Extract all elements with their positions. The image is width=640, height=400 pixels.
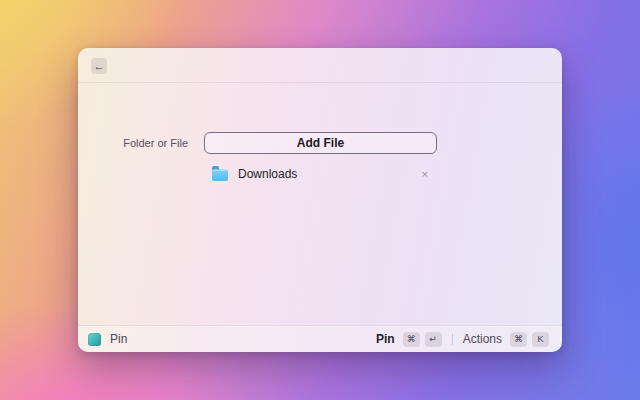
command-key-icon: ⌘ — [510, 332, 527, 347]
form-content: Folder or File Add File Downloads × — [78, 84, 562, 325]
k-key-icon: K — [532, 332, 549, 347]
pin-app-icon — [88, 333, 101, 346]
back-arrow-icon: ← — [94, 61, 105, 72]
window-footer: Pin Pin ⌘ ↵ Actions ⌘ K — [78, 325, 562, 352]
file-list-item[interactable]: Downloads × — [212, 164, 428, 184]
app-window: ← Folder or File Add File Downloads × Pi… — [78, 48, 562, 352]
remove-item-button[interactable]: × — [422, 169, 428, 180]
actions-menu-button[interactable]: Actions — [463, 332, 505, 346]
folder-icon — [212, 169, 228, 181]
footer-actions: Pin ⌘ ↵ Actions ⌘ K — [376, 332, 549, 347]
return-key-icon: ↵ — [425, 332, 442, 347]
field-label: Folder or File — [78, 137, 188, 149]
file-name: Downloads — [238, 167, 297, 181]
footer-app-name: Pin — [110, 332, 127, 346]
footer-divider — [452, 334, 453, 345]
primary-action-button[interactable]: Pin — [376, 332, 398, 346]
command-key-icon: ⌘ — [403, 332, 420, 347]
add-file-button-label: Add File — [297, 136, 344, 150]
window-header: ← — [78, 48, 562, 83]
add-file-button[interactable]: Add File — [204, 132, 437, 154]
back-button[interactable]: ← — [91, 58, 107, 74]
